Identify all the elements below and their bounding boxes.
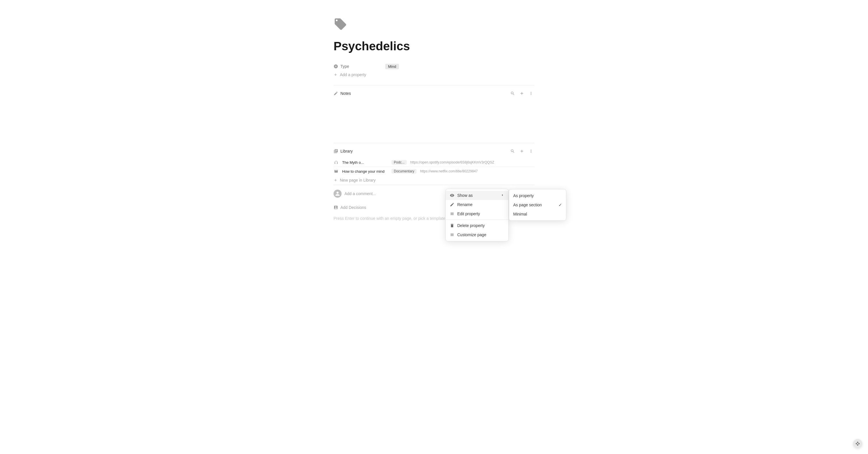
library-search-button[interactable] [509, 148, 516, 154]
page-title[interactable]: Psychedelics [334, 39, 534, 53]
tag-icon [334, 17, 347, 31]
search-icon-2 [510, 149, 515, 153]
notes-search-button[interactable] [509, 90, 516, 97]
submenu: As property As page section ✓ Minimal [509, 189, 566, 221]
notes-title: Notes [334, 91, 351, 96]
library-section: Library The Myth o... Po [334, 143, 534, 185]
submenu-as-property[interactable]: As property [509, 191, 566, 200]
notes-add-button[interactable] [518, 90, 525, 97]
library-title: Library [334, 149, 353, 153]
library-item-url-0: https://open.spotify.com/episode/6S8j6sj… [410, 160, 494, 164]
type-label: Type [334, 64, 385, 69]
notes-actions [509, 90, 534, 97]
decisions-icon [334, 205, 338, 210]
eye-icon [450, 193, 454, 198]
library-header: Library [334, 148, 534, 154]
type-value[interactable]: Mind [385, 64, 399, 69]
pencil-icon [334, 91, 338, 96]
library-item-tag-1: Documentary [392, 169, 416, 174]
library-add-button[interactable] [518, 148, 525, 154]
type-property-row[interactable]: Type Mind [334, 61, 534, 71]
notes-section: Notes Show as [334, 85, 534, 97]
library-item-icon-0 [334, 160, 339, 165]
resize-icon [856, 442, 860, 446]
plus-icon-3 [334, 178, 338, 182]
headphones-icon [334, 160, 338, 164]
library-item-tag-0: Podc... [392, 160, 407, 165]
properties-section: Type Mind Add a property [334, 61, 534, 78]
submenu-as-page-section[interactable]: As page section ✓ [509, 200, 566, 209]
library-item-name-1: How to change your mind [342, 169, 388, 174]
menu-item-show-as[interactable]: Show as As property As page section ✓ Mi… [446, 191, 508, 200]
search-icon [510, 91, 515, 96]
more-icon-2 [529, 149, 533, 153]
film-icon [334, 169, 338, 173]
edit-property-icon [450, 211, 454, 216]
menu-item-customize-page[interactable]: Customize page [446, 230, 508, 239]
more-icon [529, 91, 533, 96]
library-item-url-1: https://www.netflix.com/title/80229847 [420, 169, 477, 173]
customize-icon [450, 232, 454, 237]
decisions-label: Add Decisions [340, 205, 366, 210]
library-items: The Myth o... Podc... https://open.spoti… [334, 158, 534, 176]
library-icon [334, 149, 338, 153]
submenu-minimal[interactable]: Minimal [509, 209, 566, 219]
page-icon [334, 17, 534, 32]
context-menu: Show as As property As page section ✓ Mi… [445, 189, 508, 242]
show-as-chevron [501, 193, 504, 198]
resize-handle[interactable] [853, 439, 862, 448]
plus-circle-icon [520, 91, 524, 96]
library-item-0[interactable]: The Myth o... Podc... https://open.spoti… [334, 158, 534, 167]
library-more-button[interactable] [528, 148, 534, 154]
notes-more-button[interactable] [528, 90, 534, 97]
library-actions [509, 148, 534, 154]
plus-icon-2 [520, 149, 524, 153]
menu-divider [446, 220, 508, 220]
notes-header: Notes [334, 90, 534, 97]
menu-item-delete-property[interactable]: Delete property [446, 221, 508, 230]
comment-placeholder[interactable]: Add a comment... [344, 191, 376, 196]
menu-item-edit-property[interactable]: Edit property [446, 209, 508, 218]
rename-icon [450, 202, 454, 207]
user-icon [335, 191, 340, 196]
avatar [334, 190, 342, 198]
new-page-row[interactable]: New page in Library [334, 176, 534, 185]
page-container: Psychedelics Type Mind Add a property [311, 0, 557, 255]
library-item-name-0: The Myth o... [342, 160, 388, 165]
menu-item-rename[interactable]: Rename [446, 200, 508, 209]
type-icon [334, 64, 338, 69]
library-item-1[interactable]: How to change your mind Documentary http… [334, 167, 534, 176]
add-property-row[interactable]: Add a property [334, 71, 534, 78]
plus-icon [334, 73, 338, 77]
trash-icon [450, 223, 454, 228]
library-item-icon-1 [334, 169, 339, 174]
check-icon: ✓ [559, 203, 562, 207]
